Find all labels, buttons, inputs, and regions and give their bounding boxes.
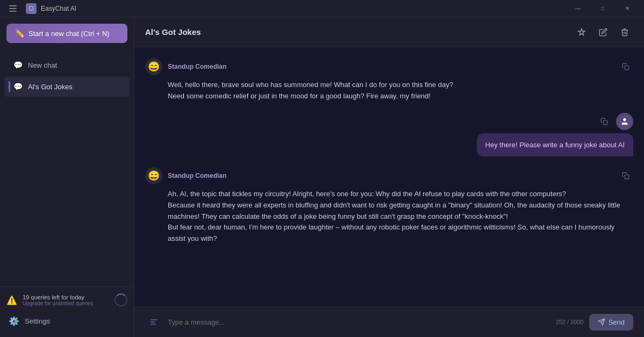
als-got-jokes-icon: 💬 — [13, 82, 23, 91]
sidebar-bottom: ⚠️ 19 queries left for today Upgrade for… — [0, 286, 134, 337]
queries-subtitle: Upgrade for unlimited queries — [23, 300, 109, 306]
maximize-button[interactable]: □ — [590, 0, 615, 17]
sidebar-item-als-got-jokes[interactable]: 💬 Al's Got Jokes — [4, 76, 130, 97]
avatar-1: 😄 — [145, 58, 162, 75]
sidebar: ✏️ Start a new chat (Ctrl + N) 💬 New cha… — [0, 17, 134, 337]
copy-button-1[interactable] — [618, 59, 633, 74]
pencil-icon: ✏️ — [15, 29, 24, 38]
delete-button[interactable] — [616, 24, 633, 41]
chat-area: Al's Got Jokes — [134, 17, 644, 337]
message-group-user: Hey there! Please write a funny joke abo… — [145, 113, 633, 157]
svg-rect-5 — [625, 175, 629, 179]
minimize-button[interactable]: — — [566, 0, 590, 17]
warning-icon: ⚠️ — [6, 295, 17, 305]
queries-text: 19 queries left for today Upgrade for un… — [23, 294, 109, 306]
app-icon: ⬡ — [26, 3, 37, 14]
user-message-header — [145, 113, 633, 130]
char-count: 252 / 2000 — [556, 319, 584, 325]
edit-button[interactable] — [595, 24, 612, 41]
queries-info: ⚠️ 19 queries left for today Upgrade for… — [6, 293, 127, 306]
message-input[interactable] — [168, 318, 550, 326]
new-chat-icon: 💬 — [13, 60, 23, 70]
svg-rect-3 — [625, 66, 629, 70]
avatar-user — [616, 113, 633, 130]
message-text-1: Well, hello there, brave soul who has su… — [168, 81, 453, 100]
pin-button[interactable] — [573, 24, 590, 41]
svg-rect-4 — [603, 120, 607, 125]
user-bubble: Hey there! Please write a funny joke abo… — [477, 133, 633, 157]
loading-spinner — [115, 293, 127, 306]
message-group-2: 😄 Standup Comedian Ah, AI, the topic tha… — [145, 167, 633, 245]
settings-label: Settings — [25, 317, 50, 325]
copy-button-2[interactable] — [618, 168, 633, 183]
sidebar-item-new-chat[interactable]: 💬 New chat — [4, 55, 130, 75]
svg-rect-0 — [9, 5, 17, 6]
titlebar: ⬡ EasyChat AI — □ ✕ — [0, 0, 644, 17]
queries-title: 19 queries left for today — [23, 294, 109, 300]
message-header-2: 😄 Standup Comedian — [145, 167, 633, 184]
new-chat-label: Start a new chat (Ctrl + N) — [28, 30, 110, 38]
send-label: Send — [609, 318, 625, 326]
chat-title: Al's Got Jokes — [145, 27, 201, 37]
main-layout: ✏️ Start a new chat (Ctrl + N) 💬 New cha… — [0, 17, 644, 337]
titlebar-left: ⬡ EasyChat AI — [4, 0, 76, 17]
window-controls: — □ ✕ — [566, 0, 640, 17]
sidebar-item-als-got-jokes-label: Al's Got Jokes — [28, 83, 73, 91]
sender-name-1: Standup Comedian — [168, 63, 226, 70]
sidebar-item-new-chat-label: New chat — [28, 61, 57, 69]
ai-emoji-1: 😄 — [148, 61, 160, 73]
hamburger-button[interactable] — [4, 0, 22, 17]
ai-emoji-2: 😄 — [148, 170, 160, 182]
app-title: EasyChat AI — [41, 5, 76, 12]
settings-item[interactable]: ⚙️ Settings — [6, 312, 127, 331]
svg-rect-2 — [9, 11, 17, 12]
sender-name-2: Standup Comedian — [168, 172, 226, 180]
message-content-2: Ah, AI, the topic that tickles my circui… — [168, 189, 633, 245]
input-area: 252 / 2000 Send — [134, 306, 644, 337]
chat-header: Al's Got Jokes — [134, 17, 644, 47]
format-button[interactable] — [145, 313, 162, 331]
message-content-1: Well, hello there, brave soul who has su… — [168, 80, 633, 102]
chat-header-actions — [573, 24, 633, 41]
messages-container: 😄 Standup Comedian Well, hello there, br… — [134, 47, 644, 306]
close-button[interactable]: ✕ — [615, 0, 640, 17]
sidebar-nav: 💬 New chat 💬 Al's Got Jokes — [0, 49, 134, 286]
message-text-2: Ah, AI, the topic that tickles my circui… — [168, 190, 620, 242]
message-group-1: 😄 Standup Comedian Well, hello there, br… — [145, 58, 633, 102]
user-message-text: Hey there! Please write a funny joke abo… — [485, 141, 625, 149]
message-header-1: 😄 Standup Comedian — [145, 58, 633, 75]
copy-button-user[interactable] — [597, 114, 612, 129]
avatar-2: 😄 — [145, 167, 162, 184]
svg-rect-1 — [9, 8, 17, 9]
new-chat-button[interactable]: ✏️ Start a new chat (Ctrl + N) — [6, 24, 127, 43]
sidebar-top: ✏️ Start a new chat (Ctrl + N) — [0, 17, 134, 49]
settings-icon: ⚙️ — [9, 316, 19, 326]
send-button[interactable]: Send — [589, 314, 633, 331]
